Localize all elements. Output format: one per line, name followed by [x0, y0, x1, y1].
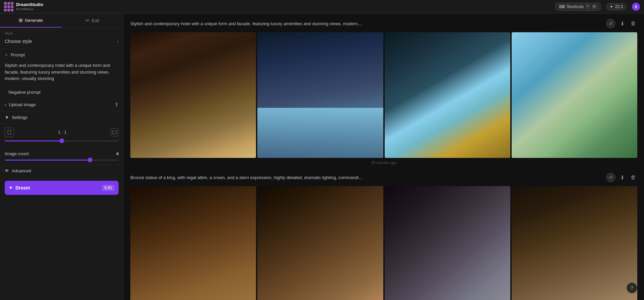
image-count-slider[interactable] — [5, 160, 119, 161]
app-name: DreamStudio — [16, 2, 43, 7]
sidebar: ⊞ Generate ✏ Edit Style Choose style › ▼… — [0, 13, 124, 300]
aspect-ratio-landscape-icon[interactable] — [111, 128, 119, 136]
style-section: Style Choose style › — [0, 28, 123, 49]
dream-button[interactable]: ✦ Dream 0.91 — [5, 181, 119, 195]
kbd1: ^ — [586, 4, 590, 9]
prompt-arrow-icon: ▼ — [4, 53, 8, 57]
edit-tab-icon: ✏ — [86, 18, 90, 23]
keyboard-icon: ⌨ — [559, 4, 565, 9]
negative-prompt-arrow-icon: › — [5, 90, 6, 94]
logo-icon — [4, 2, 13, 11]
generation-actions-1: ↺ ⬇ 🗑 — [606, 19, 637, 28]
main-layout: ⊞ Generate ✏ Edit Style Choose style › ▼… — [0, 13, 644, 300]
image-count-header: Image count 4 — [5, 151, 119, 156]
upload-image-label: Upload image — [9, 102, 36, 107]
advanced-label: Advanced — [12, 168, 31, 173]
delete-button-1[interactable]: 🗑 — [629, 19, 637, 28]
style-label: Style — [5, 31, 119, 35]
star-icon: ✦ — [610, 4, 613, 9]
generation-block-2: Bronze statue of a king, with regal atti… — [124, 167, 644, 300]
upload-icon: ⬆ — [114, 101, 119, 108]
shortcuts-button[interactable]: ⌨ Shortcuts ^ K — [555, 3, 601, 11]
generation-prompt-1: Stylish and contemporary hotel with a un… — [130, 21, 602, 26]
upload-image-section[interactable]: › Upload image ⬆ — [0, 98, 123, 111]
generation-prompt-2: Bronze statue of a king, with regal atti… — [130, 175, 602, 180]
image-hotel-2[interactable] — [257, 32, 383, 158]
image-hotel-3[interactable] — [385, 32, 510, 158]
prompt-header[interactable]: ▼ Prompt — [0, 49, 123, 61]
prompt-section: ▼ Prompt Stylish and contemporary hotel … — [0, 49, 123, 86]
negative-prompt-label: Negative prompt — [8, 90, 40, 95]
content-area: Stylish and contemporary hotel with a un… — [124, 13, 644, 300]
tab-row: ⊞ Generate ✏ Edit — [0, 13, 123, 28]
dream-icon: ✦ — [9, 185, 13, 190]
generation-block-1: Stylish and contemporary hotel with a un… — [124, 13, 644, 167]
app-subtitle: by stability.ai — [16, 7, 43, 11]
style-selector[interactable]: Choose style › — [5, 37, 119, 45]
image-king-4[interactable] — [512, 186, 637, 300]
redo-button-2[interactable]: ↺ — [606, 173, 615, 182]
help-button[interactable]: ? — [627, 283, 637, 293]
tab-edit-label: Edit — [92, 18, 99, 23]
image-hotel-4[interactable] — [512, 32, 637, 158]
topbar-right: ⌨ Shortcuts ^ K ✦ 22.3 S — [555, 3, 640, 11]
prompt-header-label: Prompt — [11, 52, 25, 57]
image-king-3[interactable] — [385, 186, 510, 300]
aspect-ratio-label: 1 : 1 — [58, 130, 67, 135]
timestamp-1: 39 minutes ago — [130, 158, 637, 167]
shortcuts-label: Shortcuts — [567, 4, 584, 9]
eye-icon: 👁 — [5, 168, 9, 173]
dream-label: Dream — [15, 185, 30, 190]
images-grid-1 — [130, 32, 637, 158]
topbar-left: DreamStudio by stability.ai — [4, 2, 43, 11]
settings-header[interactable]: ▼ Settings — [0, 112, 123, 124]
prompt-area: Stylish and contemporary hotel with a un… — [0, 61, 123, 86]
topbar: DreamStudio by stability.ai ⌨ Shortcuts … — [0, 0, 644, 13]
credits-value: 22.3 — [615, 4, 623, 9]
redo-button-1[interactable]: ↺ — [606, 19, 615, 28]
upload-arrow-icon: › — [5, 102, 6, 107]
image-king-2[interactable] — [257, 186, 383, 300]
images-grid-2 — [130, 186, 637, 300]
aspect-ratio-row: 1 : 1 — [5, 128, 119, 137]
aspect-ratio-slider[interactable] — [5, 140, 119, 141]
generate-tab-icon: ⊞ — [19, 17, 23, 23]
chevron-right-icon: › — [117, 39, 119, 44]
tab-edit[interactable]: ✏ Edit — [62, 13, 124, 28]
download-button-1[interactable]: ⬇ — [619, 19, 626, 28]
negative-prompt-header[interactable]: › Negative prompt — [0, 86, 123, 98]
dream-button-left: ✦ Dream — [9, 185, 30, 190]
image-king-1[interactable] — [130, 186, 256, 300]
avatar[interactable]: S — [632, 3, 640, 11]
delete-button-2[interactable]: 🗑 — [629, 173, 637, 182]
dream-credit-badge: 0.91 — [102, 185, 115, 191]
credits-badge: ✦ 22.3 — [606, 3, 627, 10]
generation-actions-2: ↺ ⬇ 🗑 — [606, 173, 637, 182]
download-button-2[interactable]: ⬇ — [619, 173, 626, 182]
tab-generate-label: Generate — [25, 18, 43, 23]
image-count-value: 4 — [116, 151, 119, 156]
tab-generate[interactable]: ⊞ Generate — [0, 13, 62, 28]
settings-label: Settings — [12, 115, 28, 120]
aspect-ratio-portrait-icon[interactable] — [5, 128, 14, 137]
style-value: Choose style — [5, 39, 32, 44]
prompt-text[interactable]: Stylish and contemporary hotel with a un… — [5, 62, 119, 82]
generation-header-2: Bronze statue of a king, with regal atti… — [130, 173, 637, 182]
advanced-section[interactable]: 👁 Advanced — [0, 165, 123, 177]
image-hotel-1[interactable] — [130, 32, 256, 158]
logo-text: DreamStudio by stability.ai — [16, 2, 43, 10]
kbd2: K — [592, 4, 597, 9]
image-count-label: Image count — [5, 151, 29, 156]
aspect-ratio-section: 1 : 1 — [0, 124, 123, 147]
generation-header-1: Stylish and contemporary hotel with a un… — [130, 19, 637, 28]
settings-arrow-icon: ▼ — [5, 115, 9, 120]
image-count-section: Image count 4 — [0, 147, 123, 165]
timestamp-text-1: 39 minutes ago — [371, 161, 396, 165]
